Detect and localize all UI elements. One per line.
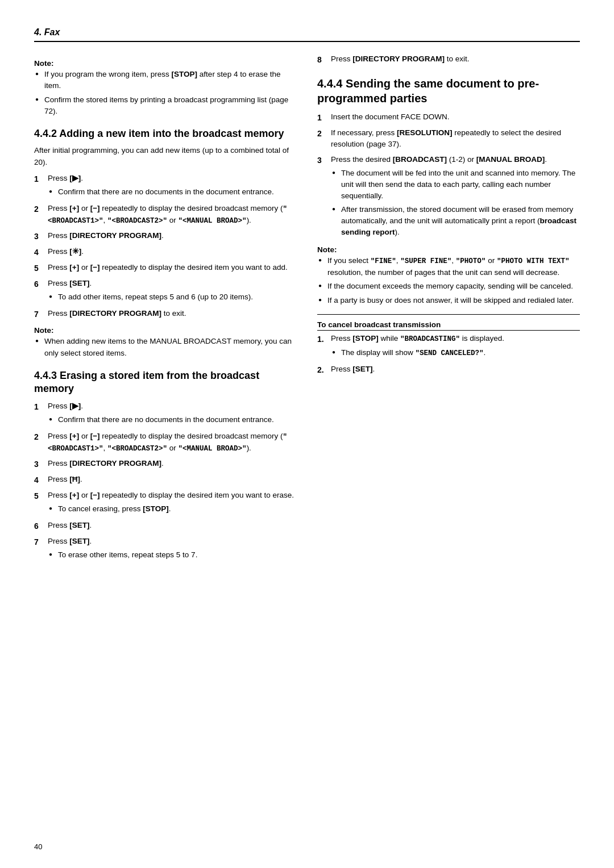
list-item: To erase other items, repeat steps 5 to …	[48, 549, 297, 561]
note-label: Note:	[34, 59, 297, 68]
section-444-title: 4.4.4 Sending the same document to pre-p…	[317, 76, 580, 106]
list-item: If you select "FINE", "SUPER FINE", "PHO…	[317, 255, 580, 278]
cancel-steps-list: 1. Press [STOP] while "BROADCASTING" is …	[317, 333, 580, 377]
step-3: 3 Press [DIRECTORY PROGRAM].	[34, 458, 297, 470]
step-7: 7 Press [SET]. To erase other items, rep…	[34, 536, 297, 563]
step-4: 4 Press [Ħ].	[34, 474, 297, 486]
list-item: The display will show "SEND CANCELED?".	[331, 347, 580, 359]
cancel-step-1: 1. Press [STOP] while "BROADCASTING" is …	[317, 333, 580, 361]
page-footer: 40	[34, 842, 42, 851]
list-item: After transmission, the stored document …	[331, 204, 580, 239]
page: 4. Fax Note: If you program the wrong it…	[0, 0, 614, 868]
list-item: When adding new items to the MANUAL BROA…	[34, 336, 297, 359]
step-1: 1 Press [▶]. Confirm that there are no d…	[34, 400, 297, 428]
list-item: If a party is busy or does not answer, i…	[317, 295, 580, 306]
two-column-layout: Note: If you program the wrong item, pre…	[34, 53, 580, 567]
step-3: 3 Press the desired [BROADCAST] (1-2) or…	[317, 154, 580, 240]
step-5: 5 Press [+] or [−] repeatedly to display…	[34, 262, 297, 274]
steps-list-422: 1 Press [▶]. Confirm that there are no d…	[34, 173, 297, 321]
list-item: Confirm the stored items by printing a b…	[34, 94, 297, 118]
note-list-top: If you program the wrong item, press [ST…	[34, 69, 297, 117]
section-422-intro: After initial programming, you can add n…	[34, 145, 297, 168]
list-item: The document will be fed into the unit a…	[331, 168, 580, 202]
section-423-title: 4.4.3 Erasing a stored item from the bro…	[34, 369, 297, 396]
list-item: Confirm that there are no documents in t…	[48, 414, 297, 425]
list-item: If the document exceeds the memory capac…	[317, 281, 580, 292]
to-cancel-label: To cancel broadcast transmission	[317, 320, 580, 331]
page-number: 40	[34, 842, 42, 851]
step-2: 2 If necessary, press [RESOLUTION] repea…	[317, 127, 580, 151]
list-item: If you program the wrong item, press [ST…	[34, 69, 297, 92]
cancel-step-2: 2. Press [SET].	[317, 364, 580, 376]
list-item: Confirm that there are no documents in t…	[48, 186, 297, 198]
section-422-title: 4.4.2 Adding a new item into the broadca…	[34, 127, 297, 140]
right-column: 8 Press [DIRECTORY PROGRAM] to exit. 4.4…	[317, 53, 580, 567]
step-8-right: 8 Press [DIRECTORY PROGRAM] to exit.	[317, 53, 580, 66]
step-6: 6 Press [SET].	[34, 520, 297, 532]
step-7: 7 Press [DIRECTORY PROGRAM] to exit.	[34, 308, 297, 320]
step-4: 4 Press [✳].	[34, 246, 297, 258]
note-top: Note: If you program the wrong item, pre…	[34, 59, 297, 117]
step-2: 2 Press [+] or [−] repeatedly to display…	[34, 203, 297, 227]
note-444: Note: If you select "FINE", "SUPER FINE"…	[317, 245, 580, 306]
step-5: 5 Press [+] or [−] repeatedly to display…	[34, 490, 297, 517]
list-item: To cancel erasing, press [STOP].	[48, 503, 297, 515]
step-1: 1 Insert the document FACE DOWN.	[317, 111, 580, 124]
step-1: 1 Press [▶]. Confirm that there are no d…	[34, 173, 297, 200]
steps-list-423: 1 Press [▶]. Confirm that there are no d…	[34, 400, 297, 563]
list-item: To add other items, repeat steps 5 and 6…	[48, 291, 297, 303]
step-3: 3 Press [DIRECTORY PROGRAM].	[34, 230, 297, 243]
page-header: 4. Fax	[34, 27, 580, 42]
left-column: Note: If you program the wrong item, pre…	[34, 53, 297, 567]
step-2: 2 Press [+] or [−] repeatedly to display…	[34, 431, 297, 454]
step-8: 8 Press [DIRECTORY PROGRAM] to exit.	[317, 53, 580, 66]
divider	[317, 314, 580, 315]
step-6: 6 Press [SET]. To add other items, repea…	[34, 278, 297, 305]
note-422-bottom: Note: When adding new items to the MANUA…	[34, 326, 297, 359]
steps-list-444: 1 Insert the document FACE DOWN. 2 If ne…	[317, 111, 580, 240]
page-title: 4. Fax	[34, 27, 60, 37]
